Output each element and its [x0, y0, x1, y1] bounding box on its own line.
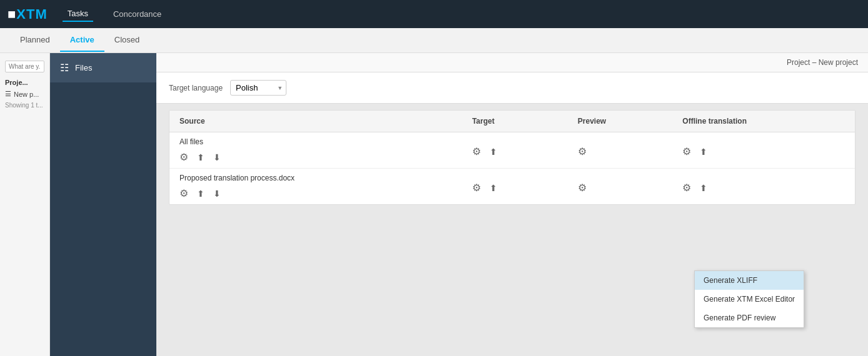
source-gear-icon-allfiles[interactable] [179, 151, 188, 163]
language-select-wrapper: Polish German French Spanish [230, 80, 286, 96]
left-panel: Proje... ☰ New p... Showing 1 t... [0, 53, 50, 356]
target-gear-icon-proposed[interactable] [472, 182, 481, 194]
source-download-icon-allfiles[interactable] [213, 152, 221, 163]
files-icon: ☷ [60, 62, 69, 74]
preview-cell-proposed [568, 169, 673, 205]
target-cell-proposed [462, 169, 568, 205]
nav-tasks[interactable]: Tasks [63, 6, 93, 22]
tab-closed[interactable]: Closed [104, 29, 149, 52]
context-menu-item-excel[interactable]: Generate XTM Excel Editor [695, 290, 804, 309]
preview-gear-icon-proposed[interactable] [578, 182, 587, 194]
source-cell-allfiles: All files [169, 132, 462, 169]
search-container [0, 57, 49, 76]
preview-icons-allfiles [578, 146, 663, 157]
hamburger-icon: ☰ [5, 90, 11, 98]
new-project-text: New p... [14, 91, 39, 98]
files-table-wrapper: Source Target Preview Offline translatio… [169, 110, 855, 205]
col-preview: Preview [568, 111, 673, 132]
showing-text: Showing 1 t... [0, 99, 49, 111]
target-language-row: Target language Polish German French Spa… [156, 72, 868, 104]
file-name-allfiles: All files [179, 137, 452, 149]
content-area: Project – New project Target language Po… [156, 53, 868, 356]
source-upload-icon-allfiles[interactable] [197, 152, 204, 163]
table-header-row: Source Target Preview Offline translatio… [169, 111, 855, 132]
source-upload-icon-proposed[interactable] [197, 188, 204, 199]
offline-icons-allfiles [682, 146, 845, 157]
target-upload-icon-allfiles[interactable] [490, 146, 497, 157]
source-download-icon-proposed[interactable] [213, 188, 221, 199]
target-gear-icon-allfiles[interactable] [472, 146, 481, 157]
file-name-proposed: Proposed translation process.docx [179, 174, 452, 185]
main-layout: Proje... ☰ New p... Showing 1 t... ☷ Fil… [0, 53, 868, 356]
source-icons-allfiles [179, 151, 452, 163]
tab-bar: Planned Active Closed [0, 28, 868, 53]
side-navigation: ☷ Files [50, 53, 156, 356]
preview-icons-proposed [578, 182, 663, 194]
source-gear-icon-proposed[interactable] [179, 187, 188, 199]
col-source: Source [169, 111, 462, 132]
context-menu-item-pdf[interactable]: Generate PDF review [695, 309, 804, 327]
language-select[interactable]: Polish German French Spanish [230, 80, 286, 96]
source-icons-proposed [179, 187, 452, 199]
files-table: Source Target Preview Offline translatio… [169, 111, 855, 204]
col-target: Target [462, 111, 568, 132]
project-label: Proje... [0, 76, 49, 89]
offline-cell-proposed [672, 169, 855, 205]
search-input[interactable] [5, 61, 44, 72]
context-menu-item-xliff[interactable]: Generate XLIFF [695, 271, 804, 290]
preview-gear-icon-allfiles[interactable] [578, 146, 587, 157]
table-row: All files [169, 132, 855, 169]
sidenav-files[interactable]: ☷ Files [50, 53, 156, 82]
app-logo: ■XTM [8, 6, 48, 22]
target-upload-icon-proposed[interactable] [490, 182, 497, 194]
context-menu: Generate XLIFF Generate XTM Excel Editor… [694, 270, 804, 328]
source-cell-proposed: Proposed translation process.docx [169, 169, 462, 205]
top-navigation: ■XTM Tasks Concordance [0, 0, 868, 28]
sidenav-files-label: Files [75, 63, 92, 72]
offline-cell-allfiles [672, 132, 855, 169]
nav-concordance[interactable]: Concordance [108, 7, 166, 21]
target-language-label: Target language [169, 84, 223, 92]
tab-active[interactable]: Active [60, 29, 104, 52]
table-row: Proposed translation process.docx [169, 169, 855, 205]
offline-icons-proposed [682, 182, 845, 194]
col-offline: Offline translation [672, 111, 855, 132]
offline-gear-icon-proposed[interactable] [682, 182, 691, 194]
tab-planned[interactable]: Planned [10, 29, 60, 52]
offline-upload-icon-proposed[interactable] [700, 182, 707, 194]
panel-wrapper: ☷ Files Project – New project Target lan… [50, 53, 868, 356]
sidebar-icon-row: ☰ New p... [0, 89, 49, 99]
target-icons-proposed [472, 182, 558, 194]
offline-upload-icon-allfiles[interactable] [700, 146, 707, 157]
preview-cell-allfiles [568, 132, 673, 169]
target-icons-allfiles [472, 146, 558, 157]
project-header: Project – New project [156, 53, 868, 72]
target-cell-allfiles [462, 132, 568, 169]
offline-gear-icon-allfiles[interactable] [682, 146, 691, 157]
